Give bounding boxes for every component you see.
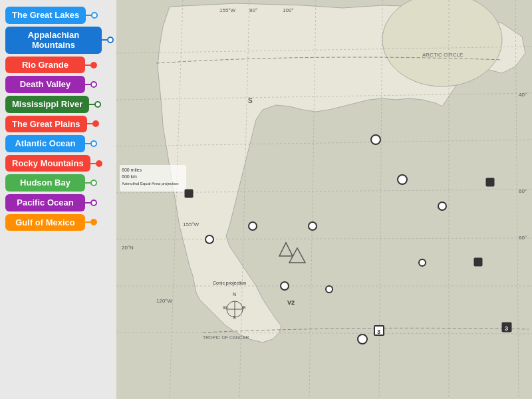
svg-point-52 [419, 259, 426, 266]
connector-line [85, 65, 90, 66]
label-box-appalachian[interactable]: Appalachian Mountains [5, 27, 102, 54]
svg-text:600 km: 600 km [122, 174, 137, 179]
svg-point-41 [371, 135, 380, 144]
connector-dot [107, 37, 114, 43]
connector-dot [96, 160, 102, 167]
label-item-rocky-mountains: Rocky Mountains [5, 155, 116, 172]
svg-text:40°: 40° [519, 92, 527, 98]
svg-text:Azimuthal Equal-Area projectio: Azimuthal Equal-Area projection [122, 182, 179, 186]
svg-text:ARCTIC CIRCLE: ARCTIC CIRCLE [422, 52, 463, 58]
svg-text:E: E [243, 305, 246, 310]
svg-text:120°W: 120°W [156, 298, 173, 304]
connector-dot [91, 12, 98, 19]
label-box-great-lakes[interactable]: The Great Lakes [5, 7, 86, 24]
label-item-death-valley: Death Valley [5, 76, 116, 93]
label-item-pacific-ocean: Pacific Ocean [5, 194, 116, 211]
connector-dot [90, 219, 97, 225]
label-box-death-valley[interactable]: Death Valley [5, 76, 85, 93]
label-item-gulf-mexico: Gulf of Mexico [5, 214, 116, 231]
label-box-rio-grande[interactable]: Rio Grande [5, 57, 85, 74]
label-item-atlantic-ocean: Atlantic Ocean [5, 135, 116, 152]
svg-text:3: 3 [377, 329, 380, 335]
label-item-rio-grande: Rio Grande [5, 57, 116, 74]
connector-line [102, 39, 107, 41]
connector-dot [92, 120, 99, 127]
connector-line [85, 221, 90, 223]
svg-point-49 [281, 282, 289, 290]
connector-rocky-mountains [90, 160, 102, 167]
label-box-atlantic-ocean[interactable]: Atlantic Ocean [5, 135, 85, 152]
svg-point-43 [249, 222, 257, 230]
label-box-pacific-ocean[interactable]: Pacific Ocean [5, 194, 85, 211]
svg-text:80°: 80° [249, 7, 257, 13]
svg-text:155°W: 155°W [219, 7, 236, 13]
svg-point-48 [358, 334, 367, 344]
connector-pacific-ocean [85, 200, 97, 206]
svg-text:20°N: 20°N [122, 245, 134, 251]
label-item-great-lakes: The Great Lakes [5, 7, 116, 24]
svg-rect-42 [486, 178, 494, 186]
label-item-mississippi: Mississippi River [5, 96, 116, 113]
label-box-gulf-mexico[interactable]: Gulf of Mexico [5, 214, 85, 231]
connector-line [85, 202, 90, 203]
label-item-hudson-bay: Hudson Bay [5, 174, 116, 192]
connector-gulf-mexico [85, 219, 97, 225]
connector-line [85, 84, 90, 85]
svg-text:Conic projection: Conic projection [213, 281, 246, 286]
svg-text:3: 3 [505, 325, 508, 332]
svg-text:V2: V2 [287, 299, 295, 306]
label-box-great-plains[interactable]: The Great Plains [5, 116, 87, 133]
connector-death-valley [85, 81, 97, 88]
label-item-appalachian: Appalachian Mountains [5, 27, 116, 54]
connector-line [90, 163, 96, 164]
connector-appalachian [102, 37, 114, 43]
svg-point-40 [398, 175, 407, 184]
connector-line [85, 182, 90, 184]
svg-text:TROPIC OF CANCER: TROPIC OF CANCER [203, 335, 249, 340]
connector-dot [90, 200, 97, 206]
svg-point-45 [309, 222, 317, 230]
svg-text:155°W: 155°W [183, 221, 200, 227]
svg-point-46 [205, 235, 213, 243]
svg-text:60°: 60° [519, 235, 527, 241]
connector-great-lakes [86, 12, 98, 19]
svg-point-3 [382, 0, 502, 86]
svg-rect-50 [474, 258, 482, 266]
svg-text:N: N [233, 292, 236, 297]
connector-great-plains [87, 120, 99, 127]
connector-line [89, 104, 94, 105]
connector-dot [90, 62, 97, 68]
label-box-hudson-bay[interactable]: Hudson Bay [5, 174, 85, 192]
connector-dot [90, 140, 97, 147]
connector-mississippi [89, 101, 101, 108]
svg-text:100°: 100° [283, 7, 294, 13]
label-item-great-plains: The Great Plains [5, 116, 116, 133]
connector-dot [94, 101, 101, 108]
map-svg: ARCTIC CIRCLE TROPIC OF CANCER 600 miles… [116, 0, 532, 399]
svg-point-47 [438, 202, 446, 210]
connector-dot [90, 180, 97, 186]
connector-hudson-bay [85, 180, 97, 186]
svg-text:600 miles: 600 miles [122, 168, 142, 172]
connector-atlantic-ocean [85, 140, 97, 147]
label-box-mississippi[interactable]: Mississippi River [5, 96, 89, 113]
svg-text:60°: 60° [519, 188, 527, 194]
labels-panel: The Great LakesAppalachian MountainsRio … [0, 7, 116, 231]
map-area: ARCTIC CIRCLE TROPIC OF CANCER 600 miles… [116, 0, 532, 399]
connector-line [85, 143, 90, 144]
svg-point-51 [326, 286, 332, 293]
connector-line [87, 123, 92, 124]
connector-dot [90, 81, 97, 88]
connector-line [86, 15, 91, 16]
svg-text:S: S [248, 97, 253, 104]
label-box-rocky-mountains[interactable]: Rocky Mountains [5, 155, 90, 172]
svg-rect-44 [185, 190, 193, 198]
connector-rio-grande [85, 62, 97, 68]
